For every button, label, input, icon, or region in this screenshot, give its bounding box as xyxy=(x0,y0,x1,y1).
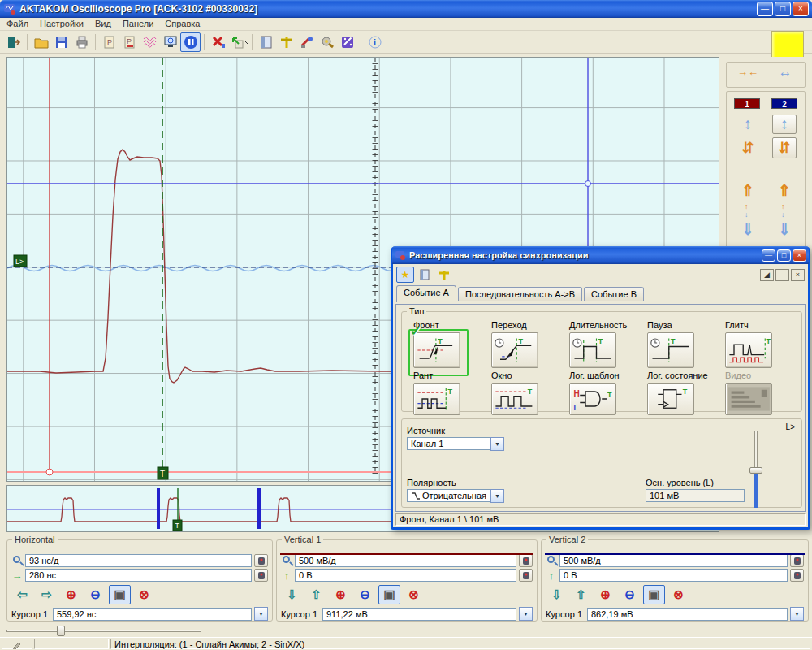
info-icon[interactable]: i xyxy=(365,32,385,52)
menu-settings[interactable]: Настройки xyxy=(40,19,84,29)
horizontal-offset-field[interactable]: 280 нс xyxy=(25,569,252,582)
wizard-icon[interactable] xyxy=(337,32,357,52)
cursor1-time-field[interactable]: 559,92 нс xyxy=(53,608,252,621)
dialog-minimize-button[interactable]: — xyxy=(762,249,775,262)
polarity-combobox[interactable]: Отрицательная ▼ xyxy=(407,489,504,503)
display-monitor-icon[interactable] xyxy=(160,32,180,52)
ch1-zoom-window-button[interactable]: ▣ xyxy=(378,585,400,604)
trigger-type-glitch-button[interactable]: T xyxy=(725,332,772,368)
dialog-panel-icon[interactable] xyxy=(416,266,434,283)
scroll-right-button[interactable]: ⇨ xyxy=(36,585,58,604)
ch1-fine-up-icon[interactable]: ↑ xyxy=(745,202,749,210)
tools-icon[interactable] xyxy=(296,32,317,52)
ch2-expand-vertical-button[interactable]: ↕ xyxy=(772,115,797,134)
ch2-scroll-up-button[interactable]: ⇧ xyxy=(570,585,592,604)
trigger-type-window-button[interactable]: T xyxy=(491,383,538,415)
ch2-fine-down-icon[interactable]: ↓ xyxy=(781,210,785,219)
open-folder-icon[interactable] xyxy=(31,32,51,52)
trigger-type-logic-pattern-button[interactable]: HLT xyxy=(569,383,616,415)
trigger-type-runt-button[interactable]: T xyxy=(413,383,460,415)
ch1-offset-field[interactable]: 0 В xyxy=(295,569,516,582)
ch2-cursor1-field[interactable]: 862,19 мВ xyxy=(587,608,788,621)
ch1-fine-down-icon[interactable]: ↓ xyxy=(745,210,749,219)
ch1-zoom-reset-button[interactable]: ⊗ xyxy=(403,585,425,604)
insert-marker-icon[interactable] xyxy=(228,32,248,52)
zoom-window-button[interactable]: ▣ xyxy=(109,585,131,604)
ch2-shift-down-button[interactable]: ⇓ xyxy=(772,220,797,238)
timebase-knob-button[interactable] xyxy=(254,554,268,567)
delete-marker-icon[interactable] xyxy=(208,32,228,52)
ch1-scroll-up-button[interactable]: ⇧ xyxy=(305,585,327,604)
level-slider-thumb[interactable] xyxy=(749,467,762,474)
ch1-shift-down-button[interactable]: ⇓ xyxy=(736,220,759,238)
dialog-level-tool-icon[interactable] xyxy=(435,266,453,283)
ch1-expand-vertical-button[interactable]: ↕ xyxy=(736,115,759,134)
trigger-type-logic-state-button[interactable]: T xyxy=(647,383,694,415)
close-button[interactable]: × xyxy=(793,2,809,16)
ch2-zoom-in-button[interactable]: ⊕ xyxy=(594,585,616,604)
scroll-left-button[interactable]: ⇦ xyxy=(11,585,33,604)
ch2-scroll-down-button[interactable]: ⇩ xyxy=(546,585,568,604)
pause-button[interactable] xyxy=(180,32,201,52)
trigger-type-width-button[interactable]: T xyxy=(569,332,616,368)
menu-file[interactable]: Файл xyxy=(6,19,28,29)
zoom-reset-button[interactable]: ⊗ xyxy=(133,585,155,604)
ch2-zoom-window-button[interactable]: ▣ xyxy=(643,585,665,604)
trigger-type-transition-button[interactable]: T xyxy=(491,332,538,368)
dialog-close-panel-button[interactable]: × xyxy=(791,269,805,281)
ch1-zoom-in-button[interactable]: ⊕ xyxy=(330,585,352,604)
ch2-shift-up-button[interactable]: ⇑ xyxy=(772,181,797,199)
ch1-scale-field[interactable]: 500 мВ/д xyxy=(295,554,516,567)
ch1-cursor1-field[interactable]: 911,22 мВ xyxy=(322,608,516,621)
trigger-type-pause-button[interactable]: T xyxy=(647,332,694,368)
ch1-shift-up-button[interactable]: ⇑ xyxy=(736,181,759,199)
ch2-compress-vertical-button[interactable]: ⇵ xyxy=(772,137,797,158)
cursor1-marker[interactable] xyxy=(46,469,53,475)
record-document-icon[interactable]: P xyxy=(99,32,119,52)
side-panel-icon[interactable] xyxy=(256,32,276,52)
menu-view[interactable]: Вид xyxy=(95,19,111,29)
exit-button[interactable] xyxy=(3,32,24,52)
timebase-field[interactable]: 93 нс/д xyxy=(25,554,252,567)
ch2-fine-up-icon[interactable]: ↑ xyxy=(781,202,785,210)
view-range-end-bar[interactable] xyxy=(257,488,261,529)
tab-event-a[interactable]: Событие A xyxy=(396,285,456,302)
level-slider[interactable] xyxy=(749,431,762,508)
calibrate-icon[interactable] xyxy=(317,32,337,52)
zoom-out-button[interactable]: ⊖ xyxy=(84,585,106,604)
source-combobox[interactable]: Канал 1 ▼ xyxy=(407,437,504,451)
zoom-in-button[interactable]: ⊕ xyxy=(60,585,82,604)
dialog-graph-button[interactable]: ◢ xyxy=(760,269,774,281)
polarity-dropdown-button[interactable]: ▼ xyxy=(490,489,504,503)
slider-thumb[interactable] xyxy=(57,626,65,636)
print-icon[interactable] xyxy=(71,32,92,52)
ch2-scale-field[interactable]: 500 мВ/д xyxy=(559,554,788,567)
ch1-zoom-out-button[interactable]: ⊖ xyxy=(354,585,376,604)
level-value-field[interactable]: 101 мВ xyxy=(646,489,745,502)
ch1-offset-knob-button[interactable] xyxy=(519,569,533,582)
cursor1-dropdown-button[interactable]: ▼ xyxy=(254,607,268,621)
save-icon[interactable] xyxy=(51,32,71,52)
expand-horizontal-button[interactable]: ↔ xyxy=(771,64,800,80)
dialog-collapse-button[interactable]: — xyxy=(775,269,789,281)
compress-horizontal-button[interactable]: →← xyxy=(733,66,762,78)
ch1-compress-vertical-button[interactable]: ⇵ xyxy=(736,137,759,158)
menu-help[interactable]: Справка xyxy=(165,19,200,29)
cursor-blue-marker[interactable] xyxy=(585,181,591,187)
dialog-close-button[interactable]: × xyxy=(793,249,806,262)
menu-panels[interactable]: Панели xyxy=(123,19,153,29)
ch1-cursor1-dropdown-button[interactable]: ▼ xyxy=(519,607,533,621)
waveform-icon[interactable] xyxy=(140,32,160,52)
dialog-maximize-button[interactable]: □ xyxy=(777,249,791,262)
maximize-button[interactable]: □ xyxy=(775,2,791,16)
record-document-minus-icon[interactable]: P xyxy=(119,32,140,52)
source-dropdown-button[interactable]: ▼ xyxy=(490,437,504,451)
tab-event-b[interactable]: Событие B xyxy=(584,287,644,301)
ch2-offset-field[interactable]: 0 В xyxy=(559,569,788,582)
horizontal-offset-knob-button[interactable] xyxy=(254,569,268,582)
ch2-zoom-reset-button[interactable]: ⊗ xyxy=(667,585,689,604)
record-position-slider[interactable] xyxy=(6,625,201,636)
ch1-scale-knob-button[interactable] xyxy=(519,554,533,567)
view-range-start-bar[interactable] xyxy=(157,488,160,529)
trigger-level-tool-icon[interactable] xyxy=(276,32,296,52)
